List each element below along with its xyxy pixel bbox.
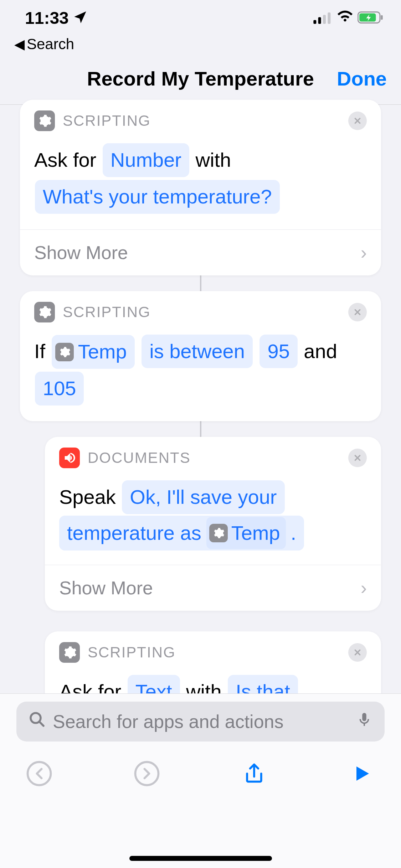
action-card-speak[interactable]: DOCUMENTS Speak Ok, I'll save your tempe… xyxy=(45,437,381,611)
card-header: DOCUMENTS xyxy=(45,437,381,472)
text-ask-for: Ask for xyxy=(59,680,121,693)
token-input-type[interactable]: Text xyxy=(128,675,180,693)
card-body: If Temp is between 95 and 105 xyxy=(20,326,381,421)
svg-rect-5 xyxy=(381,15,383,20)
speak-text-suffix: . xyxy=(291,518,297,549)
home-indicator[interactable] xyxy=(129,856,272,861)
search-input[interactable] xyxy=(53,711,349,732)
text-ask-for: Ask for xyxy=(34,149,96,171)
delete-action-button[interactable] xyxy=(348,643,367,662)
gear-icon xyxy=(34,110,55,131)
card-body: Speak Ok, I'll save your temperature as … xyxy=(45,472,381,565)
speak-text-part: temperature as xyxy=(67,518,201,549)
token-input-type[interactable]: Number xyxy=(103,143,189,177)
page-title: Record My Temperature xyxy=(87,67,314,90)
breadcrumb-label: Search xyxy=(27,36,74,53)
token-low-value[interactable]: 95 xyxy=(259,335,297,368)
delete-action-button[interactable] xyxy=(348,449,367,467)
action-card-ask-number[interactable]: SCRIPTING Ask for Number with What's you… xyxy=(20,100,381,275)
wifi-icon xyxy=(337,8,353,28)
status-bar: 11:33 xyxy=(0,0,401,36)
svg-point-9 xyxy=(28,762,51,785)
token-prompt[interactable]: Is that xyxy=(228,675,298,693)
bottom-panel xyxy=(0,693,401,868)
undo-button[interactable] xyxy=(25,759,53,788)
card-category: SCRIPTING xyxy=(88,644,176,661)
svg-rect-0 xyxy=(313,20,316,24)
action-card-if[interactable]: SCRIPTING If Temp is between 95 and 105 xyxy=(20,291,381,421)
card-header: SCRIPTING xyxy=(45,631,381,666)
text-with: with xyxy=(186,680,222,693)
delete-action-button[interactable] xyxy=(348,112,367,130)
card-header: SCRIPTING xyxy=(20,100,381,135)
token-prompt[interactable]: What's your temperature? xyxy=(35,180,280,214)
show-more-row[interactable]: Show More › xyxy=(20,229,381,275)
gear-icon xyxy=(209,524,228,542)
action-card-ask-text[interactable]: SCRIPTING Ask for Text with Is that xyxy=(45,631,381,693)
actions-scroll[interactable]: SCRIPTING Ask for Number with What's you… xyxy=(0,96,401,693)
token-condition[interactable]: is between xyxy=(142,335,253,368)
redo-button[interactable] xyxy=(133,759,161,788)
card-category: SCRIPTING xyxy=(63,304,151,321)
text-with: with xyxy=(196,149,231,171)
share-button[interactable] xyxy=(240,759,268,788)
location-arrow-icon xyxy=(73,8,87,28)
variable-name: Temp xyxy=(231,518,280,549)
delete-action-button[interactable] xyxy=(348,303,367,321)
signal-icon xyxy=(313,8,333,28)
connector-line xyxy=(200,275,201,291)
card-category: DOCUMENTS xyxy=(88,449,191,466)
token-variable-temp[interactable]: Temp xyxy=(52,335,135,369)
breadcrumb-back[interactable]: ◀ Search xyxy=(0,36,401,60)
chevron-right-icon: › xyxy=(361,577,367,599)
speaker-icon xyxy=(59,448,80,468)
card-category: SCRIPTING xyxy=(63,112,151,129)
svg-point-10 xyxy=(135,762,158,785)
svg-rect-3 xyxy=(328,12,330,24)
connector-line xyxy=(200,421,201,437)
gear-icon xyxy=(34,302,55,322)
microphone-icon[interactable] xyxy=(356,711,372,732)
status-time: 11:33 xyxy=(25,8,69,28)
svg-line-8 xyxy=(39,722,43,726)
svg-rect-1 xyxy=(318,17,321,24)
chevron-right-icon: › xyxy=(361,242,367,263)
token-speak-text-line2[interactable]: temperature as Temp . xyxy=(59,516,304,551)
text-speak: Speak xyxy=(59,486,116,508)
done-button[interactable]: Done xyxy=(337,67,387,90)
show-more-label: Show More xyxy=(34,242,128,263)
search-icon xyxy=(29,711,46,732)
play-button[interactable] xyxy=(348,759,376,788)
card-body: Ask for Number with What's your temperat… xyxy=(20,135,381,229)
text-if: If xyxy=(34,340,45,362)
card-header: SCRIPTING xyxy=(20,291,381,326)
battery-charging-icon xyxy=(358,8,383,28)
bottom-toolbar xyxy=(0,742,401,788)
svg-rect-2 xyxy=(323,15,326,24)
token-high-value[interactable]: 105 xyxy=(35,372,84,405)
card-body: Ask for Text with Is that xyxy=(45,666,381,693)
show-more-row[interactable]: Show More › xyxy=(45,565,381,611)
variable-name: Temp xyxy=(78,336,127,367)
gear-icon xyxy=(55,343,74,361)
text-and: and xyxy=(304,340,337,362)
gear-icon xyxy=(59,642,80,663)
back-chevron-icon: ◀ xyxy=(14,36,25,52)
token-speak-text-line1[interactable]: Ok, I'll save your xyxy=(122,480,284,514)
show-more-label: Show More xyxy=(59,577,153,599)
inline-variable-temp[interactable]: Temp xyxy=(206,517,286,549)
search-bar[interactable] xyxy=(16,702,385,742)
